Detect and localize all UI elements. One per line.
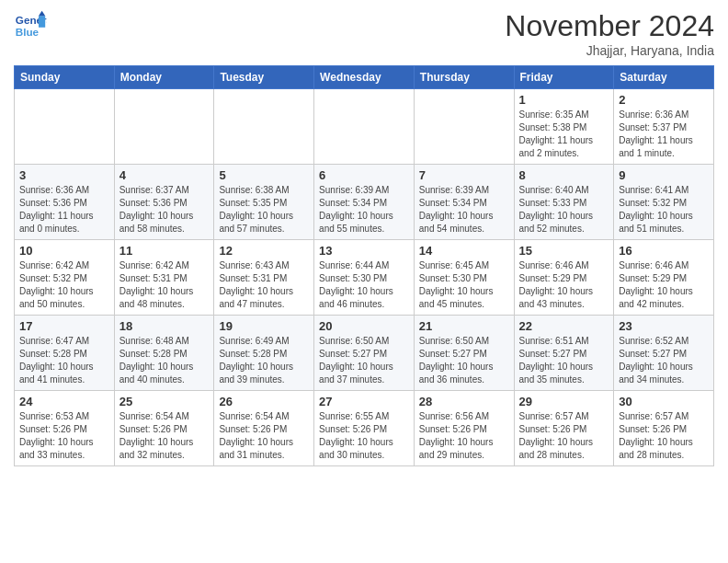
- day-number: 4: [119, 168, 210, 182]
- day-number: 20: [319, 319, 409, 333]
- day-info: Sunrise: 6:47 AM Sunset: 5:28 PM Dayligh…: [19, 335, 109, 386]
- week-row-0: 1Sunrise: 6:35 AM Sunset: 5:38 PM Daylig…: [15, 89, 714, 165]
- table-row: 19Sunrise: 6:49 AM Sunset: 5:28 PM Dayli…: [214, 316, 314, 391]
- page: General Blue November 2024 Jhajjar, Hary…: [0, 0, 728, 480]
- day-number: 3: [19, 168, 109, 182]
- month-title: November 2024: [505, 9, 714, 43]
- day-number: 24: [19, 395, 109, 408]
- table-row: 16Sunrise: 6:46 AM Sunset: 5:29 PM Dayli…: [614, 240, 714, 316]
- day-number: 17: [19, 319, 109, 333]
- table-row: 25Sunrise: 6:54 AM Sunset: 5:26 PM Dayli…: [114, 391, 214, 466]
- day-info: Sunrise: 6:45 AM Sunset: 5:30 PM Dayligh…: [419, 259, 509, 311]
- day-info: Sunrise: 6:57 AM Sunset: 5:26 PM Dayligh…: [619, 410, 709, 462]
- day-number: 16: [619, 244, 709, 258]
- day-info: Sunrise: 6:57 AM Sunset: 5:26 PM Dayligh…: [519, 410, 609, 462]
- col-sunday: Sunday: [15, 66, 115, 89]
- table-row: 21Sunrise: 6:50 AM Sunset: 5:27 PM Dayli…: [414, 316, 514, 391]
- table-row: 4Sunrise: 6:37 AM Sunset: 5:36 PM Daylig…: [114, 165, 214, 240]
- day-number: 5: [219, 168, 309, 182]
- title-area: November 2024 Jhajjar, Haryana, India: [505, 9, 714, 58]
- day-info: Sunrise: 6:35 AM Sunset: 5:38 PM Dayligh…: [519, 109, 609, 160]
- table-row: [114, 89, 214, 165]
- table-row: 5Sunrise: 6:38 AM Sunset: 5:35 PM Daylig…: [214, 165, 314, 240]
- table-row: 15Sunrise: 6:46 AM Sunset: 5:29 PM Dayli…: [514, 240, 614, 316]
- calendar-header: Sunday Monday Tuesday Wednesday Thursday…: [15, 66, 714, 89]
- calendar: Sunday Monday Tuesday Wednesday Thursday…: [14, 65, 714, 466]
- day-number: 26: [219, 395, 309, 408]
- table-row: 23Sunrise: 6:52 AM Sunset: 5:27 PM Dayli…: [614, 316, 714, 391]
- day-number: 21: [419, 319, 509, 333]
- table-row: [15, 89, 115, 165]
- day-info: Sunrise: 6:39 AM Sunset: 5:34 PM Dayligh…: [419, 184, 509, 236]
- subtitle: Jhajjar, Haryana, India: [505, 43, 714, 58]
- day-number: 13: [319, 244, 409, 258]
- table-row: [414, 89, 514, 165]
- table-row: 2Sunrise: 6:36 AM Sunset: 5:37 PM Daylig…: [614, 89, 714, 165]
- week-row-4: 24Sunrise: 6:53 AM Sunset: 5:26 PM Dayli…: [15, 391, 714, 466]
- table-row: 13Sunrise: 6:44 AM Sunset: 5:30 PM Dayli…: [314, 240, 415, 316]
- day-number: 19: [219, 319, 309, 333]
- day-number: 15: [519, 244, 609, 258]
- day-number: 27: [319, 395, 409, 408]
- day-info: Sunrise: 6:36 AM Sunset: 5:37 PM Dayligh…: [619, 109, 709, 160]
- table-row: 22Sunrise: 6:51 AM Sunset: 5:27 PM Dayli…: [514, 316, 614, 391]
- day-number: 8: [519, 168, 609, 182]
- day-info: Sunrise: 6:50 AM Sunset: 5:27 PM Dayligh…: [419, 335, 509, 386]
- header-row: Sunday Monday Tuesday Wednesday Thursday…: [15, 66, 714, 89]
- day-info: Sunrise: 6:49 AM Sunset: 5:28 PM Dayligh…: [219, 335, 309, 386]
- day-info: Sunrise: 6:37 AM Sunset: 5:36 PM Dayligh…: [119, 184, 210, 236]
- svg-marker-2: [39, 16, 45, 28]
- header: General Blue November 2024 Jhajjar, Hary…: [14, 9, 714, 58]
- day-info: Sunrise: 6:48 AM Sunset: 5:28 PM Dayligh…: [119, 335, 210, 386]
- day-info: Sunrise: 6:54 AM Sunset: 5:26 PM Dayligh…: [119, 410, 210, 462]
- table-row: 3Sunrise: 6:36 AM Sunset: 5:36 PM Daylig…: [15, 165, 115, 240]
- day-info: Sunrise: 6:38 AM Sunset: 5:35 PM Dayligh…: [219, 184, 309, 236]
- week-row-3: 17Sunrise: 6:47 AM Sunset: 5:28 PM Dayli…: [15, 316, 714, 391]
- col-tuesday: Tuesday: [214, 66, 314, 89]
- day-number: 2: [619, 93, 709, 107]
- table-row: 18Sunrise: 6:48 AM Sunset: 5:28 PM Dayli…: [114, 316, 214, 391]
- table-row: 9Sunrise: 6:41 AM Sunset: 5:32 PM Daylig…: [614, 165, 714, 240]
- col-thursday: Thursday: [414, 66, 514, 89]
- table-row: 20Sunrise: 6:50 AM Sunset: 5:27 PM Dayli…: [314, 316, 415, 391]
- table-row: [314, 89, 415, 165]
- col-saturday: Saturday: [614, 66, 714, 89]
- day-info: Sunrise: 6:46 AM Sunset: 5:29 PM Dayligh…: [619, 259, 709, 311]
- day-number: 6: [319, 168, 409, 182]
- day-number: 10: [19, 244, 109, 258]
- day-info: Sunrise: 6:46 AM Sunset: 5:29 PM Dayligh…: [519, 259, 609, 311]
- table-row: 8Sunrise: 6:40 AM Sunset: 5:33 PM Daylig…: [514, 165, 614, 240]
- table-row: 6Sunrise: 6:39 AM Sunset: 5:34 PM Daylig…: [314, 165, 415, 240]
- table-row: 30Sunrise: 6:57 AM Sunset: 5:26 PM Dayli…: [614, 391, 714, 466]
- day-info: Sunrise: 6:42 AM Sunset: 5:31 PM Dayligh…: [119, 259, 210, 311]
- day-info: Sunrise: 6:55 AM Sunset: 5:26 PM Dayligh…: [319, 410, 409, 462]
- day-number: 22: [519, 319, 609, 333]
- day-info: Sunrise: 6:44 AM Sunset: 5:30 PM Dayligh…: [319, 259, 409, 311]
- day-info: Sunrise: 6:52 AM Sunset: 5:27 PM Dayligh…: [619, 335, 709, 386]
- week-row-2: 10Sunrise: 6:42 AM Sunset: 5:32 PM Dayli…: [15, 240, 714, 316]
- col-monday: Monday: [114, 66, 214, 89]
- day-info: Sunrise: 6:39 AM Sunset: 5:34 PM Dayligh…: [319, 184, 409, 236]
- day-number: 18: [119, 319, 210, 333]
- table-row: 14Sunrise: 6:45 AM Sunset: 5:30 PM Dayli…: [414, 240, 514, 316]
- day-number: 25: [119, 395, 210, 408]
- day-info: Sunrise: 6:53 AM Sunset: 5:26 PM Dayligh…: [19, 410, 109, 462]
- table-row: 7Sunrise: 6:39 AM Sunset: 5:34 PM Daylig…: [414, 165, 514, 240]
- table-row: 1Sunrise: 6:35 AM Sunset: 5:38 PM Daylig…: [514, 89, 614, 165]
- day-info: Sunrise: 6:42 AM Sunset: 5:32 PM Dayligh…: [19, 259, 109, 311]
- day-number: 7: [419, 168, 509, 182]
- table-row: 10Sunrise: 6:42 AM Sunset: 5:32 PM Dayli…: [15, 240, 115, 316]
- day-number: 11: [119, 244, 210, 258]
- table-row: 24Sunrise: 6:53 AM Sunset: 5:26 PM Dayli…: [15, 391, 115, 466]
- table-row: 29Sunrise: 6:57 AM Sunset: 5:26 PM Dayli…: [514, 391, 614, 466]
- table-row: 28Sunrise: 6:56 AM Sunset: 5:26 PM Dayli…: [414, 391, 514, 466]
- table-row: 12Sunrise: 6:43 AM Sunset: 5:31 PM Dayli…: [214, 240, 314, 316]
- table-row: 17Sunrise: 6:47 AM Sunset: 5:28 PM Dayli…: [15, 316, 115, 391]
- day-info: Sunrise: 6:54 AM Sunset: 5:26 PM Dayligh…: [219, 410, 309, 462]
- day-info: Sunrise: 6:43 AM Sunset: 5:31 PM Dayligh…: [219, 259, 309, 311]
- table-row: 11Sunrise: 6:42 AM Sunset: 5:31 PM Dayli…: [114, 240, 214, 316]
- day-info: Sunrise: 6:50 AM Sunset: 5:27 PM Dayligh…: [319, 335, 409, 386]
- day-number: 29: [519, 395, 609, 408]
- day-number: 23: [619, 319, 709, 333]
- calendar-body: 1Sunrise: 6:35 AM Sunset: 5:38 PM Daylig…: [15, 89, 714, 466]
